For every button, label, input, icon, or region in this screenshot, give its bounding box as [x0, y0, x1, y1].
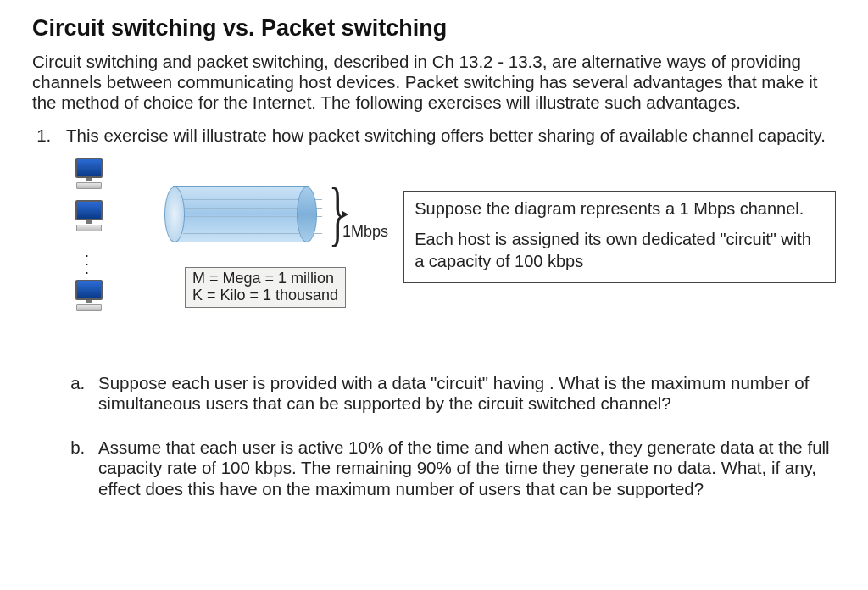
wire-line: [103, 236, 158, 296]
question-b-text: Assume that each user is active 10% of t…: [98, 437, 830, 498]
units-line-2: K = Kilo = 1 thousand: [192, 287, 338, 303]
exercise-1: This exercise will illustrate how packet…: [56, 125, 836, 499]
units-box: M = Mega = 1 million K = Kilo = 1 thousa…: [185, 267, 346, 308]
sub-questions: Suppose each user is provided with a dat…: [66, 373, 836, 499]
info-box: Suppose the diagram represents a 1 Mbps …: [403, 191, 836, 283]
exercise-1-text: This exercise will illustrate how packet…: [66, 125, 826, 145]
question-b: Assume that each user is active 10% of t…: [90, 437, 836, 499]
diagram-row: ...: [75, 153, 836, 322]
wire-line: [103, 213, 168, 216]
intro-paragraph: Circuit switching and packet switching, …: [32, 52, 836, 114]
network-diagram: ...: [75, 153, 390, 322]
wire-line: [103, 173, 169, 198]
channel-label: 1Mbps: [342, 205, 390, 241]
units-line-1: M = Mega = 1 million: [192, 270, 334, 287]
host-icon: [75, 200, 103, 232]
info-line-2: Each host is assigned its own dedicated …: [415, 229, 825, 272]
exercise-list: This exercise will illustrate how packet…: [32, 125, 836, 499]
host-icon: [75, 280, 103, 312]
info-line-1: Suppose the diagram represents a 1 Mbps …: [415, 198, 825, 220]
question-a: Suppose each user is provided with a dat…: [90, 373, 836, 414]
page-title: Circuit switching vs. Packet switching: [32, 15, 836, 42]
question-a-text: Suppose each user is provided with a dat…: [98, 373, 809, 413]
channel-cylinder: [164, 186, 317, 241]
host-icon: [75, 158, 103, 190]
page: Circuit switching vs. Packet switching C…: [0, 0, 868, 547]
ellipsis-icon: ...: [85, 248, 89, 273]
